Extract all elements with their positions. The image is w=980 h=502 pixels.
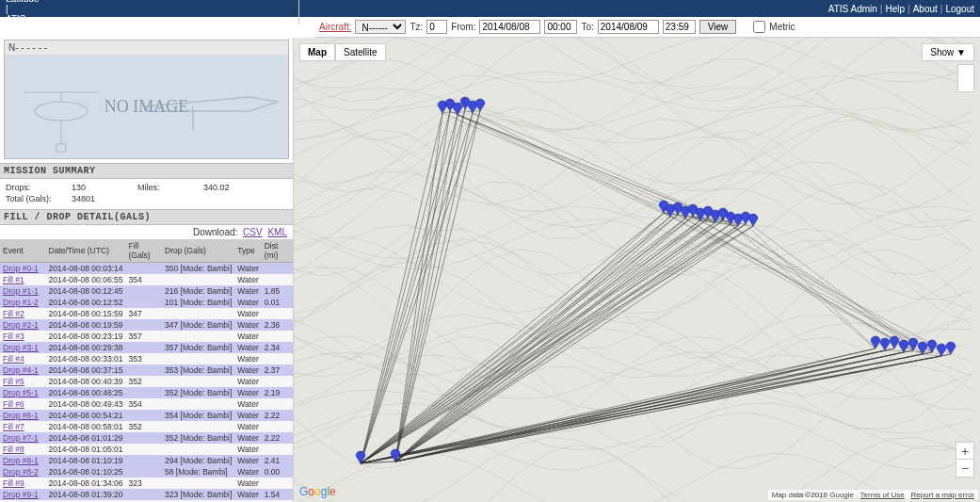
event-link[interactable]: Drop #8-1 <box>3 456 39 465</box>
table-row: Fill #12014-08-08 00:06:55354Water <box>0 274 293 285</box>
event-link[interactable]: Drop #0-1 <box>3 264 39 273</box>
event-link[interactable]: Drop #4-1 <box>3 365 39 375</box>
to-label: To: <box>581 22 593 32</box>
event-link[interactable]: Drop #3-1 <box>3 343 39 352</box>
tz-label: Tz: <box>410 22 423 32</box>
view-button[interactable]: View <box>699 20 737 34</box>
event-link[interactable]: Fill #8 <box>3 445 24 454</box>
table-row: Fill #52014-08-08 00:40:39352Water <box>0 376 293 387</box>
event-link[interactable]: Drop #1-2 <box>3 298 39 307</box>
table-row: Fill #32014-08-08 00:23:19357Water <box>0 331 293 342</box>
table-row: Fill #92014-08-08 01:34:06323Water <box>0 478 293 489</box>
event-link[interactable]: Drop #1-1 <box>3 286 39 296</box>
mission-summary-heading: MISSION SUMMARY <box>0 163 293 179</box>
event-link[interactable]: Fill #3 <box>3 332 24 341</box>
event-link[interactable]: Fill #6 <box>3 399 24 409</box>
mission-summary: Drops:130Miles:340.02Total (Gals):34801 <box>0 179 293 209</box>
fullscreen-icon[interactable] <box>957 64 974 92</box>
table-row: Drop #8-22014-08-08 01:10:2558 [Mode: Ba… <box>0 466 293 478</box>
event-link[interactable]: Drop #9-1 <box>3 490 39 499</box>
table-row: Drop #7-12014-08-08 01:01:29352 [Mode: B… <box>0 432 293 444</box>
table-row: Fill #62014-08-08 00:49:43354Water <box>0 398 293 410</box>
event-link[interactable]: Fill #1 <box>3 275 24 284</box>
brand-atis-link[interactable]: ATIS <box>6 14 298 24</box>
topnav-atis-admin[interactable]: ATIS Admin <box>828 4 877 14</box>
from-time-input[interactable] <box>544 20 577 34</box>
filter-bar: Aircraft: N------ Tz: From: To: View Met… <box>315 17 980 38</box>
download-csv-link[interactable]: CSV <box>243 227 263 237</box>
map[interactable]: Map Satellite Show ▼ + − Google 200 m Ma… <box>294 38 980 502</box>
event-link[interactable]: Fill #7 <box>3 422 24 431</box>
to-time-input[interactable] <box>663 20 696 34</box>
aircraft-label[interactable]: Aircraft: <box>319 22 351 32</box>
table-row: Drop #6-12014-08-08 00:54:21354 [Mode: B… <box>0 410 293 421</box>
detail-scroll[interactable]: EventDate/Time (UTC)Fill (Gals)Drop (Gal… <box>0 239 293 502</box>
table-row: Fill #82014-08-08 01:05:01Water <box>0 444 293 455</box>
top-bar: Latitude | ATIS ATIS Admin|Help|About|Lo… <box>0 0 980 17</box>
download-row: Download: CSV KML <box>0 225 293 239</box>
topnav-help[interactable]: Help <box>885 4 905 14</box>
aircraft-reg: N- - - - - - <box>5 40 288 55</box>
zoom-out-button[interactable]: − <box>956 460 973 477</box>
event-link[interactable]: Fill #2 <box>3 309 24 318</box>
map-canvas <box>294 38 980 502</box>
aircraft-select[interactable]: N------ <box>355 20 406 34</box>
google-logo: Google <box>299 485 336 498</box>
table-row: Fill #42014-08-08 00:33:01353Water <box>0 353 293 364</box>
event-link[interactable]: Drop #8-2 <box>3 467 39 477</box>
from-label: From: <box>451 22 475 32</box>
table-row: Drop #4-12014-08-08 00:37:15353 [Mode: B… <box>0 364 293 376</box>
table-row: Drop #9-12014-08-08 01:39:20323 [Mode: B… <box>0 489 293 500</box>
report-error-link[interactable]: Report a map error <box>910 491 974 499</box>
table-row: Fill #22014-08-08 00:15:59347Water <box>0 308 293 319</box>
from-date-input[interactable] <box>479 20 540 34</box>
event-link[interactable]: Drop #5-1 <box>3 388 39 397</box>
event-link[interactable]: Drop #7-1 <box>3 433 39 443</box>
map-attribution: Map data ©2018 Google Terms of Use Repor… <box>768 490 978 500</box>
table-row: Drop #1-12014-08-08 00:12:45216 [Mode: B… <box>0 285 293 297</box>
detail-table: EventDate/Time (UTC)Fill (Gals)Drop (Gal… <box>0 239 293 502</box>
no-image-text: NO IMAGE <box>104 97 189 117</box>
topnav-about[interactable]: About <box>913 4 938 14</box>
download-kml-link[interactable]: KML <box>267 227 287 237</box>
table-row: Drop #0-12014-08-08 00:03:14350 [Mode: B… <box>0 263 293 275</box>
event-link[interactable]: Fill #9 <box>3 478 24 488</box>
zoom-in-button[interactable]: + <box>956 443 973 460</box>
metric-label: Metric <box>769 22 795 32</box>
aircraft-image-placeholder: NO IMAGE <box>5 55 288 158</box>
map-type-satellite-button[interactable]: Satellite <box>335 43 386 61</box>
table-row: Drop #5-12014-08-08 00:46:25352 [Mode: B… <box>0 387 293 398</box>
table-row: Drop #2-12014-08-08 00:19:59347 [Mode: B… <box>0 319 293 331</box>
fill-drop-heading: FILL / DROP DETAIL(GALS) <box>0 209 293 225</box>
to-date-input[interactable] <box>598 20 659 34</box>
event-link[interactable]: Fill #5 <box>3 377 24 386</box>
table-row: Drop #8-12014-08-08 01:10:19294 [Mode: B… <box>0 455 293 466</box>
left-panel: N- - - - - - NO IMAGE <box>0 38 294 502</box>
table-row: Drop #3-12014-08-08 00:29:38357 [Mode: B… <box>0 342 293 353</box>
table-row: Drop #1-22014-08-08 00:12:52101 [Mode: B… <box>0 297 293 308</box>
top-nav: ATIS Admin|Help|About|Logout <box>828 4 974 14</box>
event-link[interactable]: Drop #6-1 <box>3 411 39 420</box>
metric-checkbox[interactable] <box>753 21 765 33</box>
event-link[interactable]: Fill #4 <box>3 354 24 364</box>
table-row: Fill #72014-08-08 00:58:01352Water <box>0 421 293 432</box>
map-type-map-button[interactable]: Map <box>299 43 335 61</box>
event-link[interactable]: Drop #2-1 <box>3 320 39 330</box>
topnav-logout[interactable]: Logout <box>945 4 974 14</box>
show-overlay-button[interactable]: Show ▼ <box>922 43 974 61</box>
terms-link[interactable]: Terms of Use <box>860 491 905 499</box>
aircraft-box: N- - - - - - NO IMAGE <box>4 40 289 159</box>
tz-input[interactable] <box>426 20 447 34</box>
zoom-control: + − <box>956 442 974 478</box>
